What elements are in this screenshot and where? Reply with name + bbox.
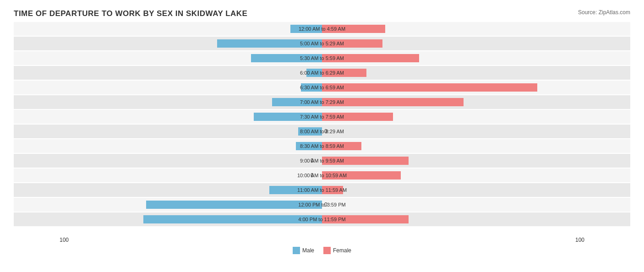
source-label: Source: ZipAtlas.com xyxy=(578,9,630,16)
chart-row: 5:30 AM to 5:59 AM2737 xyxy=(14,51,630,65)
axis-left: 100 xyxy=(60,237,69,243)
male-color-box xyxy=(293,247,300,254)
chart-row: 5:00 AM to 5:29 AM4023 xyxy=(14,37,630,50)
time-label: 4:00 PM to 11:59 PM xyxy=(298,217,345,222)
time-label: 10:00 AM to 10:59 AM xyxy=(297,173,347,178)
chart-row: 8:00 AM to 8:29 AM90 xyxy=(14,125,630,138)
legend: Male Female xyxy=(14,247,630,254)
chart-row: 7:30 AM to 7:59 AM2627 xyxy=(14,110,630,124)
time-label: 8:30 AM to 8:59 AM xyxy=(300,143,344,149)
time-label: 9:00 AM to 9:59 AM xyxy=(300,158,344,163)
chart-row: 9:00 AM to 9:59 AM033 xyxy=(14,154,630,168)
legend-female: Female xyxy=(323,247,351,254)
chart-row: 11:00 AM to 11:59 AM208 xyxy=(14,183,630,197)
time-label: 11:00 AM to 11:59 AM xyxy=(297,187,347,193)
female-color-box xyxy=(323,247,331,254)
chart-row: 10:00 AM to 10:59 AM030 xyxy=(14,169,630,182)
time-label: 6:30 AM to 6:59 AM xyxy=(300,85,344,90)
time-label: 5:00 AM to 5:29 AM xyxy=(300,41,344,46)
time-label: 8:00 AM to 8:29 AM xyxy=(300,129,344,134)
time-label: 5:30 AM to 5:59 AM xyxy=(300,55,344,61)
female-bar xyxy=(322,83,537,92)
chart-container: TIME OF DEPARTURE TO WORK BY SEX IN SKID… xyxy=(0,0,644,272)
chart-row: 12:00 AM to 4:59 AM1224 xyxy=(14,22,630,36)
time-label: 6:00 AM to 6:29 AM xyxy=(300,70,344,76)
chart-area: 12:00 AM to 4:59 AM12245:00 AM to 5:29 A… xyxy=(14,22,630,234)
chart-title: TIME OF DEPARTURE TO WORK BY SEX IN SKID… xyxy=(14,9,630,18)
axis-labels: 100 100 xyxy=(14,237,630,243)
male-label: Male xyxy=(302,247,314,254)
time-label: 12:00 PM to 3:59 PM xyxy=(298,202,345,207)
female-label: Female xyxy=(333,247,351,254)
chart-row: 12:00 PM to 3:59 PM670 xyxy=(14,198,630,212)
time-label: 7:00 AM to 7:29 AM xyxy=(300,99,344,105)
chart-row: 8:30 AM to 8:59 AM1015 xyxy=(14,139,630,153)
chart-row: 4:00 PM to 11:59 PM6833 xyxy=(14,212,630,226)
male-bar xyxy=(146,201,322,209)
time-label: 7:30 AM to 7:59 AM xyxy=(300,114,344,120)
chart-row: 7:00 AM to 7:29 AM1954 xyxy=(14,95,630,109)
time-label: 12:00 AM to 4:59 AM xyxy=(299,26,345,32)
axis-right: 100 xyxy=(575,237,584,243)
chart-row: 6:00 AM to 6:29 AM617 xyxy=(14,66,630,80)
chart-row: 6:30 AM to 6:59 AM882 xyxy=(14,81,630,94)
legend-male: Male xyxy=(293,247,314,254)
male-bar xyxy=(143,215,322,223)
